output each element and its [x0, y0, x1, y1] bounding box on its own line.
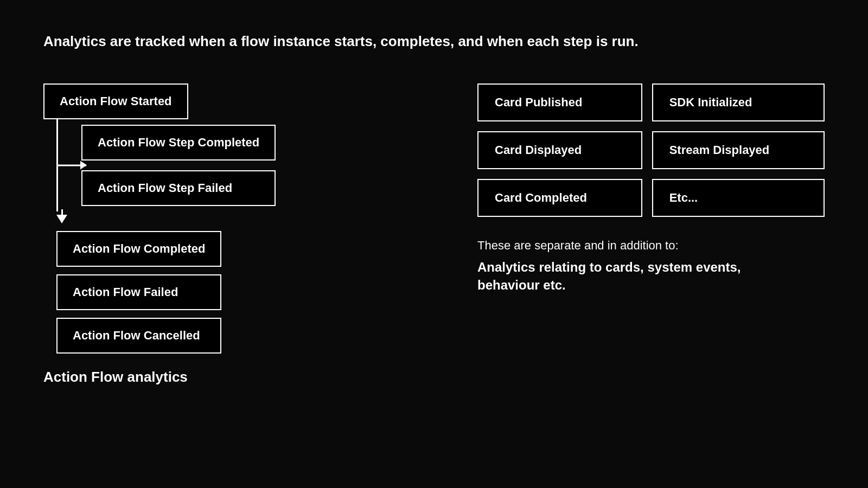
separate-text: These are separate and in addition to: — [477, 239, 825, 253]
bold-text: Analytics relating to cards, system even… — [477, 258, 760, 294]
card-stream-displayed: Stream Displayed — [652, 131, 825, 169]
right-side: Card Published SDK Initialized Card Disp… — [380, 84, 825, 294]
step-boxes: Action Flow Step Completed Action Flow S… — [76, 119, 276, 211]
box-cancelled: Action Flow Cancelled — [56, 318, 221, 354]
card-etc: Etc... — [652, 179, 825, 217]
box-completed: Action Flow Completed — [56, 231, 221, 267]
box-action-flow-started: Action Flow Started — [43, 84, 188, 119]
card-completed: Card Completed — [477, 179, 642, 217]
box-step-completed: Action Flow Step Completed — [81, 125, 276, 160]
card-sdk-initialized: SDK Initialized — [652, 84, 825, 121]
box-step-failed: Action Flow Step Failed — [81, 170, 276, 206]
flow-diagram: Action Flow Started Action Flow Step Com — [43, 84, 380, 386]
footer-label: Action Flow analytics — [43, 369, 380, 386]
box-failed: Action Flow Failed — [56, 274, 221, 310]
bottom-boxes: Action Flow Completed Action Flow Failed… — [56, 231, 221, 354]
cards-grid: Card Published SDK Initialized Card Disp… — [477, 84, 825, 217]
card-published: Card Published — [477, 84, 642, 121]
page-wrapper: Analytics are tracked when a flow instan… — [0, 0, 868, 488]
content-area: Action Flow Started Action Flow Step Com — [43, 84, 825, 386]
down-arrow-section: Action Flow Completed Action Flow Failed… — [43, 209, 380, 354]
headline: Analytics are tracked when a flow instan… — [43, 33, 825, 51]
card-displayed: Card Displayed — [477, 131, 642, 169]
